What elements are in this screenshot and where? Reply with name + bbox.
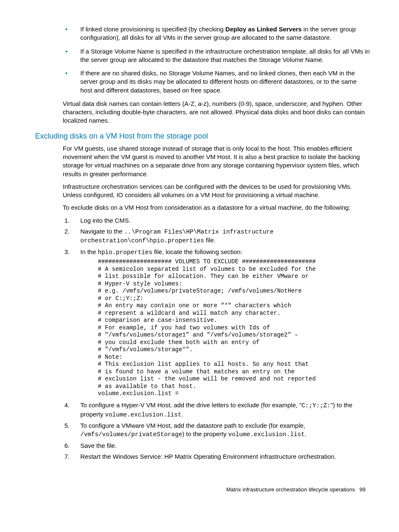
- page-number: 99: [360, 486, 366, 493]
- list-item: To configure a Hyper-V VM Host, add the …: [63, 401, 370, 419]
- code-inline: hpio.properties: [98, 249, 153, 256]
- list-item: Save the file.: [63, 442, 370, 450]
- numbered-list: Log into the CMS. Navigate to the ..\Pro…: [63, 216, 370, 461]
- paragraph: For VM guests, use shared storage instea…: [63, 144, 370, 178]
- list-item: Navigate to the ..\Program Files\HP\Matr…: [63, 227, 370, 245]
- list-item: To configure a VMware VM Host, add the d…: [63, 421, 370, 439]
- paragraph: To exclude disks on a VM Host from consi…: [63, 203, 370, 212]
- list-item: Restart the Windows Service: HP Matrix O…: [63, 452, 370, 461]
- code-block: ##################### VOLUMES TO EXCLUDE…: [98, 258, 370, 398]
- bullet-text-bold: Deploy as Linked Servers: [225, 26, 302, 33]
- section-heading: Excluding disks on a VM Host from the st…: [35, 131, 370, 141]
- step-text: file.: [204, 236, 216, 244]
- code-inline: /vmfs/volumes/privateStorage: [80, 431, 182, 438]
- bullet-text-pre: If there are no shared disks, no Storage…: [80, 69, 357, 94]
- step-text: Navigate to the: [80, 228, 124, 235]
- step-text: To configure a Hyper-V VM Host, add the …: [80, 401, 302, 409]
- footer-text: Matrix infrastructure orchestration life…: [226, 486, 355, 493]
- step-text: Log into the CMS.: [80, 217, 130, 224]
- bullet-item: If there are no shared disks, no Storage…: [63, 69, 370, 95]
- step-text: In the: [80, 248, 98, 255]
- list-item: Log into the CMS.: [63, 216, 370, 225]
- bullet-list: If linked clone provisioning is specifie…: [35, 25, 370, 95]
- step-text: ) to the property: [182, 430, 228, 437]
- code-inline: volume.exclusion.list: [105, 411, 182, 418]
- bullet-item: If a Storage Volume Name is specified in…: [63, 47, 370, 64]
- list-item: In the hpio.properties file, locate the …: [63, 248, 370, 398]
- bullet-text-pre: If a Storage Volume Name is specified in…: [80, 48, 370, 63]
- paragraph: Infrastructure orchestration services ca…: [63, 182, 370, 200]
- step-text: file, locate the following section:: [152, 248, 242, 255]
- code-inline: volume.exclusion.list: [228, 431, 305, 438]
- code-inline: C:;Y:;Z:: [302, 402, 331, 409]
- step-text: .: [182, 411, 183, 418]
- step-text: Restart the Windows Service: HP Matrix O…: [80, 453, 336, 460]
- bullet-text-pre: If linked clone provisioning is specifie…: [80, 26, 225, 33]
- step-text: To configure a VMware VM Host, add the d…: [80, 422, 305, 429]
- paragraph: Virtual data disk names can contain lett…: [63, 100, 370, 125]
- bullet-item: If linked clone provisioning is specifie…: [63, 25, 370, 42]
- page-footer: Matrix infrastructure orchestration life…: [35, 486, 370, 493]
- step-text: Save the file.: [80, 442, 117, 449]
- step-text: .: [304, 430, 306, 437]
